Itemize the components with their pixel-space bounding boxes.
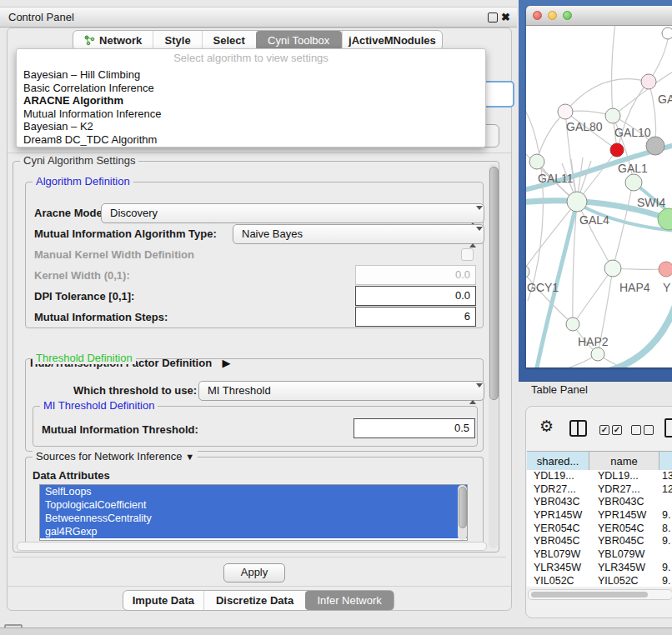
table-row[interactable]: YER054CYER054C8. bbox=[527, 522, 672, 536]
tab-network[interactable]: Network bbox=[73, 31, 153, 50]
tab-infer-network[interactable]: Infer Network bbox=[305, 591, 394, 610]
tab-impute-data[interactable]: Impute Data bbox=[123, 591, 203, 610]
node[interactable] bbox=[591, 348, 604, 361]
table-hscrollbar-thumb[interactable] bbox=[531, 592, 648, 598]
dropdown-option[interactable]: Bayesian – K2 bbox=[17, 120, 485, 133]
node-gal4[interactable] bbox=[567, 192, 587, 212]
obscured-combo-fragment bbox=[481, 81, 514, 108]
node-hap4[interactable] bbox=[604, 260, 621, 277]
node-swi4[interactable] bbox=[625, 174, 642, 191]
list-item-selected[interactable]: SelfLoops bbox=[40, 485, 467, 498]
settings-scrollbar-thumb[interactable] bbox=[489, 167, 499, 400]
split-columns-icon[interactable] bbox=[569, 420, 587, 437]
document-icon[interactable] bbox=[664, 418, 672, 438]
list-item-selected[interactable]: gal4RGexp bbox=[40, 525, 467, 538]
dpi-tolerance-input[interactable]: 0.0 bbox=[355, 286, 476, 306]
table-row[interactable]: YBR045CYBR045C9. bbox=[527, 535, 672, 548]
list-item-selected[interactable]: TopologicalCoefficient bbox=[40, 498, 467, 512]
checked-checkbox-icon[interactable]: ✓ bbox=[612, 425, 622, 435]
mi-threshold-input[interactable]: 0.5 bbox=[354, 418, 475, 438]
settings-hscrollbar[interactable] bbox=[17, 542, 487, 551]
network-window: GAL GAL80 GAL10 GAL1 GAL11 SWI4 GAL4 GCY… bbox=[526, 6, 672, 368]
unchecked-checkbox-icon[interactable] bbox=[644, 425, 654, 435]
tab-discretize-data[interactable]: Discretize Data bbox=[203, 591, 306, 610]
node-gal11[interactable] bbox=[529, 154, 544, 169]
gear-icon[interactable]: ⚙ bbox=[539, 417, 554, 436]
column-header-name[interactable]: name bbox=[589, 452, 659, 470]
edge bbox=[565, 79, 649, 112]
aracne-mode-select[interactable]: Discovery bbox=[101, 203, 484, 223]
float-window-icon[interactable] bbox=[488, 12, 498, 22]
kernel-width-label: Kernel Width (0,1): bbox=[34, 269, 130, 282]
network-canvas[interactable]: GAL GAL80 GAL10 GAL1 GAL11 SWI4 GAL4 GCY… bbox=[526, 26, 672, 368]
window-close-icon[interactable] bbox=[533, 11, 542, 20]
list-item-selected[interactable]: BetweennessCentrality bbox=[40, 512, 467, 525]
table-row[interactable]: YBR043CYBR043C bbox=[527, 496, 672, 509]
edge bbox=[537, 112, 565, 161]
dropdown-option[interactable]: Basic Correlation Inference bbox=[17, 82, 485, 95]
node-label: HAP2 bbox=[578, 335, 609, 348]
node-label: GAL4 bbox=[579, 213, 609, 227]
tab-cyni-toolbox[interactable]: Cyni Toolbox bbox=[256, 31, 342, 50]
node[interactable] bbox=[659, 262, 672, 277]
column-header-shared-name[interactable]: shared... bbox=[527, 452, 589, 470]
network-view-frame: GAL GAL80 GAL10 GAL1 GAL11 SWI4 GAL4 GCY… bbox=[519, 0, 672, 382]
node-gal10[interactable] bbox=[605, 108, 620, 123]
node[interactable] bbox=[662, 28, 672, 39]
mi-steps-input[interactable]: 6 bbox=[355, 307, 476, 327]
algorithm-definition-group: Algorithm Definition Aracne Mode: Discov… bbox=[25, 182, 484, 328]
node-label: GAL10 bbox=[614, 126, 651, 139]
manual-kernel-checkbox[interactable] bbox=[461, 248, 474, 261]
table-panel: ⚙ ✓ ✓ shared... name YDL19...YDL19...13 … bbox=[525, 406, 672, 618]
table-row[interactable]: YDL19...YDL19...13 bbox=[527, 470, 672, 483]
expand-down-icon: ▼ bbox=[185, 452, 194, 462]
algorithm-definition-title: Algorithm Definition bbox=[33, 175, 133, 188]
list-scrollbar-track[interactable] bbox=[458, 485, 467, 540]
node-gal80[interactable] bbox=[558, 104, 573, 119]
sources-group-title[interactable]: Sources for Network Inference ▼ bbox=[33, 450, 198, 462]
checked-checkbox-icon[interactable]: ✓ bbox=[599, 425, 609, 435]
which-threshold-select[interactable]: MI Threshold bbox=[198, 381, 484, 401]
dropdown-prompt: Select algorithm to view settings bbox=[17, 52, 485, 64]
node[interactable] bbox=[646, 137, 664, 155]
node-gcy1[interactable] bbox=[526, 265, 529, 278]
network-icon bbox=[84, 35, 95, 46]
mi-type-select[interactable]: Naive Bayes bbox=[233, 224, 484, 244]
tab-jactivemnodules[interactable]: jActiveMNodules bbox=[342, 31, 442, 50]
close-icon[interactable]: ✖ bbox=[501, 8, 510, 27]
threshold-definition-title: Threshold Definition bbox=[33, 352, 136, 364]
unchecked-checkbox-icon[interactable] bbox=[631, 425, 641, 435]
node-hap2[interactable] bbox=[566, 318, 579, 331]
node-gal1-selected[interactable] bbox=[610, 143, 624, 157]
tab-style[interactable]: Style bbox=[153, 31, 202, 50]
table-hscrollbar-track[interactable] bbox=[528, 589, 672, 600]
node-label: GAL80 bbox=[566, 120, 603, 133]
edge bbox=[574, 268, 613, 323]
column-header-partial[interactable] bbox=[659, 452, 672, 470]
divider bbox=[8, 586, 511, 587]
table-header-row: shared... name bbox=[527, 451, 672, 471]
window-minimize-icon[interactable] bbox=[548, 11, 557, 20]
apply-button[interactable]: Apply bbox=[223, 563, 285, 582]
node[interactable] bbox=[641, 74, 656, 89]
table-row[interactable]: YPR145WYPR145W9. bbox=[527, 509, 672, 522]
list-scrollbar-thumb[interactable] bbox=[459, 487, 467, 528]
table-row[interactable]: YIL052CYIL052C9. bbox=[527, 575, 672, 588]
dropdown-option-highlighted[interactable]: ARACNE Algorithm bbox=[17, 94, 485, 108]
node[interactable] bbox=[658, 208, 672, 230]
table-row[interactable]: YDR27...YDR27...12 bbox=[527, 483, 672, 497]
dropdown-option[interactable]: Dream8 DC_TDC Algorithm bbox=[17, 133, 485, 147]
table-rows: YDL19...YDL19...13 YDR27...YDR27...12 YB… bbox=[527, 470, 672, 587]
stepper-icon bbox=[469, 208, 476, 225]
node-label: GAL1 bbox=[618, 162, 648, 175]
dropdown-option[interactable]: Bayesian – Hill Climbing bbox=[17, 68, 485, 82]
dropdown-option[interactable]: Mutual Information Inference bbox=[17, 108, 485, 121]
aracne-mode-label: Aracne Mode: bbox=[34, 207, 106, 219]
algorithm-dropdown: Select algorithm to view settings Bayesi… bbox=[16, 48, 486, 148]
control-panel-body: Network Style Select Cyni Toolbox jActiv… bbox=[7, 28, 512, 611]
tab-select[interactable]: Select bbox=[202, 31, 256, 50]
table-row[interactable]: YLR345WYLR345W9. bbox=[527, 562, 672, 575]
window-zoom-icon[interactable] bbox=[563, 11, 572, 20]
table-row[interactable]: YBL079WYBL079W bbox=[527, 548, 672, 562]
settings-scrollbar-track[interactable] bbox=[489, 164, 498, 548]
